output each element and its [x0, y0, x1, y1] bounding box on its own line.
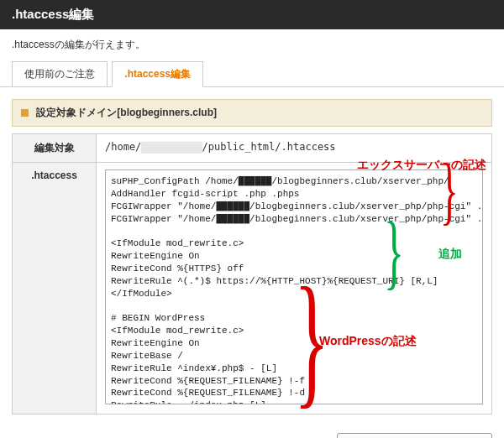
target-domain-bar: 設定対象ドメイン[blogbeginners.club]: [12, 99, 492, 127]
row-label-htaccess: .htaccess: [13, 163, 97, 415]
row-label-target: 編集対象: [13, 134, 97, 163]
tab-notice[interactable]: 使用前のご注意: [12, 61, 108, 86]
page-title: .htaccess編集: [0, 0, 504, 29]
table-row: .htaccess エックスサーバーの記述 } } 追加 } WordPress…: [13, 163, 492, 415]
htaccess-textarea[interactable]: [105, 169, 483, 404]
confirm-edit-button[interactable]: .htaccessを編集する（確認）: [337, 433, 492, 438]
edit-target-path: /home/██████████/public_html/.htaccess: [97, 134, 492, 163]
target-domain-value: [blogbeginners.club]: [117, 107, 217, 118]
tab-htaccess-edit[interactable]: .htaccess編集: [112, 61, 203, 87]
tabs: 使用前のご注意 .htaccess編集: [0, 60, 504, 87]
page-description: .htaccessの編集が行えます。: [0, 29, 504, 60]
target-domain-label: 設定対象ドメイン: [36, 107, 117, 118]
square-icon: [21, 109, 29, 117]
redacted-text: ██████████: [141, 142, 202, 154]
settings-table: 編集対象 /home/██████████/public_html/.htacc…: [12, 133, 492, 415]
table-row: 編集対象 /home/██████████/public_html/.htacc…: [13, 134, 492, 163]
